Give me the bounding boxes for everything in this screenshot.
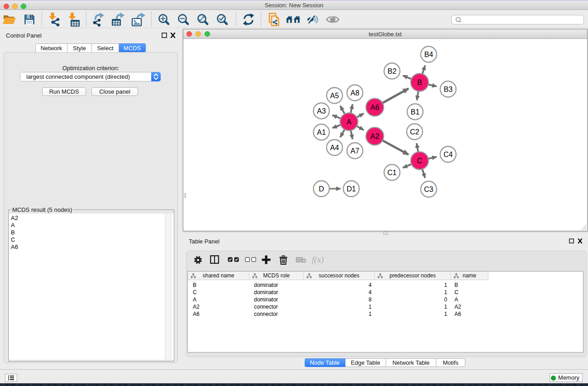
svg-text:B: B: [417, 79, 422, 86]
svg-text:C4: C4: [444, 151, 453, 158]
svg-text:B1: B1: [411, 108, 420, 116]
svg-text:D: D: [319, 185, 324, 193]
svg-text:B4: B4: [424, 51, 433, 58]
svg-text:A: A: [347, 118, 352, 126]
svg-text:A4: A4: [330, 144, 339, 152]
svg-text:A6: A6: [370, 104, 379, 111]
svg-text:A3: A3: [317, 107, 326, 115]
svg-text:C1: C1: [387, 169, 397, 176]
svg-text:A8: A8: [350, 89, 359, 97]
svg-text:A7: A7: [350, 147, 359, 155]
svg-text:A5: A5: [330, 92, 339, 100]
svg-text:C: C: [417, 157, 422, 165]
svg-text:D1: D1: [347, 185, 356, 193]
svg-text:B2: B2: [387, 67, 397, 75]
svg-text:C3: C3: [424, 186, 434, 193]
svg-text:B3: B3: [444, 86, 453, 93]
svg-text:A2: A2: [370, 133, 379, 140]
svg-text:A1: A1: [317, 129, 326, 136]
svg-text:C2: C2: [410, 128, 420, 136]
